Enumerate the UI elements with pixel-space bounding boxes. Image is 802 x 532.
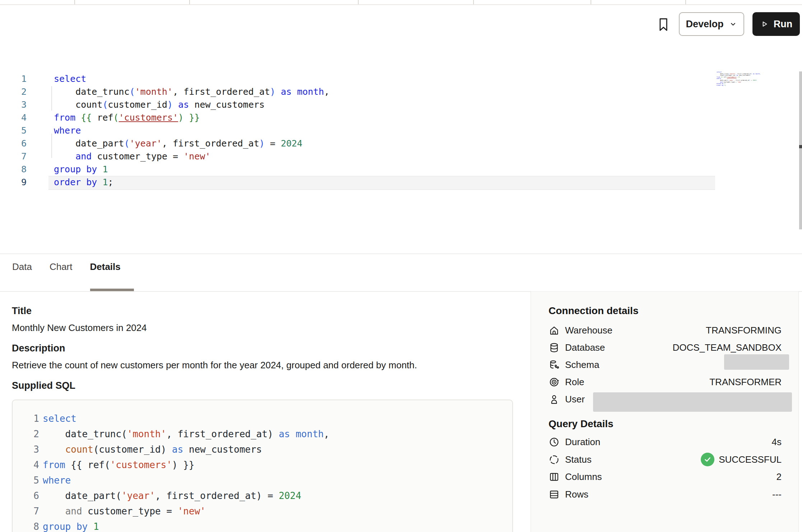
tab-chart[interactable]: Chart (50, 261, 73, 272)
minimap-line: order by 1; (717, 85, 756, 87)
chevron-down-icon (729, 20, 737, 28)
tab-data[interactable]: Data (12, 261, 32, 272)
line-number: 8 (12, 163, 27, 176)
line-number: 3 (20, 442, 39, 457)
editor-scrollbar[interactable] (799, 71, 802, 229)
tab-separator (685, 0, 686, 4)
code-line: date_part('year', first_ordered_at) = 20… (54, 137, 330, 150)
line-number: 9 (12, 176, 27, 189)
status-row: Status (549, 451, 592, 468)
details-right-panel: Connection details Query Details Warehou… (531, 291, 799, 532)
line-number: 7 (20, 504, 39, 519)
code-line: date_trunc('month', first_ordered_at) as… (54, 85, 330, 98)
rows-value: --- (772, 486, 782, 503)
bookmark-icon (656, 17, 671, 32)
code-line: group by 1 (54, 163, 330, 176)
develop-button[interactable]: Develop (679, 12, 744, 36)
database-row: Database (549, 339, 605, 356)
role-row: Role (549, 373, 584, 391)
code-line: where (54, 124, 330, 137)
toolbar: Develop Run (0, 5, 802, 38)
code-line: from {{ ref('customers') }} (54, 111, 330, 124)
code-line: select (54, 73, 330, 85)
line-number: 5 (12, 124, 27, 137)
role-label: Role (565, 377, 584, 388)
tab-separator (473, 0, 474, 4)
supplied-sql-heading: Supplied SQL (12, 380, 75, 391)
description-value: Retrieve the count of new customers per … (12, 360, 417, 371)
editor-line-numbers: 123456789 (12, 73, 27, 189)
user-icon (549, 394, 560, 405)
app-window: Develop Run Query completed in 4s E (0, 0, 802, 532)
line-number: 2 (20, 426, 39, 442)
warehouse-row: Warehouse (549, 322, 612, 339)
schema-redacted-value (724, 354, 789, 370)
status-label: Status (565, 454, 592, 465)
line-number: 5 (20, 473, 39, 488)
editor-minimap[interactable]: select date_trunc('month', first_ordered… (717, 71, 756, 86)
title-heading: Title (12, 305, 32, 317)
columns-icon (549, 471, 560, 482)
columns-label: Columns (565, 471, 602, 482)
status-circle-icon (549, 454, 560, 465)
code-line: order by 1; (54, 176, 330, 189)
schema-row: Schema (549, 356, 599, 373)
tab-separator (74, 0, 75, 4)
editor-scrollbar-marker (799, 145, 802, 148)
code-line: and customer_type = 'new' (43, 504, 329, 519)
user-redacted-value (593, 392, 792, 412)
rows-row: Rows (549, 486, 588, 503)
code-line: count(customer_id) as new_customers (54, 98, 330, 111)
result-tabs: DataChartDetails (12, 261, 121, 272)
divider (0, 253, 802, 254)
rows-label: Rows (565, 489, 588, 500)
tab-separator (358, 0, 359, 4)
schema-label: Schema (565, 359, 599, 370)
supplied-sql-box: 12345678 select date_trunc('month', firs… (12, 400, 513, 532)
code-line: date_part('year', first_ordered_at) = 20… (43, 488, 329, 504)
sql-editor[interactable]: 123456789 select date_trunc('month', fir… (0, 37, 802, 253)
description-heading: Description (12, 343, 65, 354)
run-button[interactable]: Run (752, 12, 800, 36)
columns-row: Columns (549, 468, 602, 485)
code-line: date_trunc('month', first_ordered_at) as… (43, 426, 329, 442)
query-details-heading: Query Details (549, 418, 614, 430)
browser-tab-strip (0, 0, 802, 5)
duration-value: 4s (772, 433, 782, 451)
clock-icon (549, 437, 560, 448)
code-line: count(customer_id) as new_customers (43, 442, 329, 457)
line-number: 1 (20, 411, 39, 426)
connection-details-heading: Connection details (549, 305, 638, 317)
warehouse-label: Warehouse (565, 325, 612, 336)
supplied-sql-line-numbers: 12345678 (20, 411, 39, 532)
code-line: where (43, 473, 329, 488)
line-number: 6 (12, 137, 27, 150)
role-value: TRANSFORMER (709, 373, 782, 391)
supplied-sql-code: select date_trunc('month', first_ordered… (43, 411, 329, 532)
duration-label: Duration (565, 437, 600, 448)
line-number: 2 (12, 85, 27, 98)
success-check-icon (701, 453, 714, 466)
bookmark-button[interactable] (656, 17, 671, 32)
indent-guide (51, 86, 52, 111)
house-icon (549, 325, 560, 336)
warehouse-value: TRANSFORMING (706, 322, 782, 339)
tab-details[interactable]: Details (90, 261, 121, 272)
schema-icon (549, 359, 560, 370)
line-number: 8 (20, 519, 39, 532)
database-label: Database (565, 342, 605, 353)
line-number: 6 (20, 488, 39, 504)
develop-button-label: Develop (686, 19, 723, 30)
line-number: 1 (12, 73, 27, 85)
line-number: 4 (20, 457, 39, 473)
columns-value: 2 (777, 468, 782, 485)
code-line: select (43, 411, 329, 426)
line-number: 4 (12, 111, 27, 124)
code-line: from {{ ref('customers') }} (43, 457, 329, 473)
database-value: DOCS_TEAM_SANDBOX (673, 339, 782, 356)
target-icon (549, 377, 560, 388)
tab-separator (591, 0, 591, 4)
indent-guide (51, 134, 52, 158)
user-label: User (565, 394, 585, 405)
run-button-label: Run (774, 19, 792, 30)
